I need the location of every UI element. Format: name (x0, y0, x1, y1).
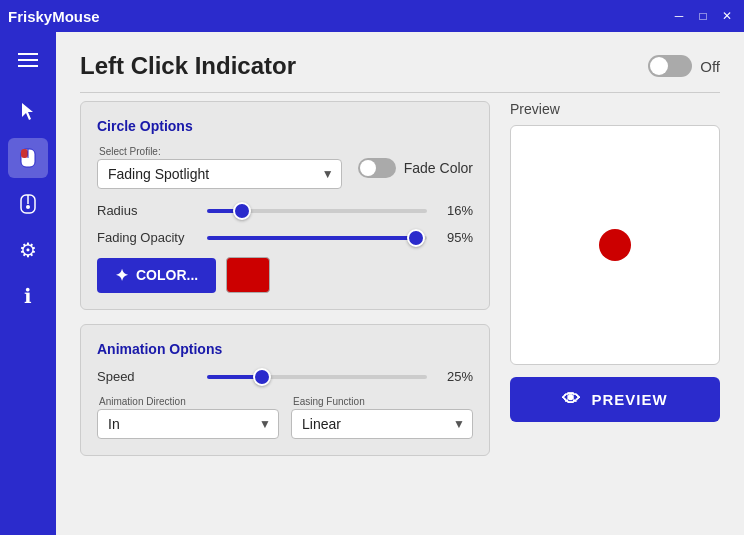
profile-select-label: Select Profile: (97, 146, 342, 157)
color-row: ✦ COLOR... (97, 257, 473, 293)
animation-options-section: Animation Options Speed 25% Animation Di… (80, 324, 490, 456)
circle-options-section: Circle Options Select Profile: Fading Sp… (80, 101, 490, 310)
svg-point-6 (26, 205, 30, 209)
speed-slider-track[interactable] (207, 375, 427, 379)
sidebar-menu-button[interactable] (8, 42, 48, 78)
radius-value: 16% (437, 203, 473, 218)
page-title: Left Click Indicator (80, 52, 296, 80)
profile-select-wrapper: Select Profile: Fading Spotlight Basic C… (97, 146, 342, 189)
maximize-button[interactable]: □ (694, 7, 712, 25)
animation-direction-select-wrapper: In Out In/Out ▼ (97, 409, 279, 439)
radius-label: Radius (97, 203, 197, 218)
toggle-container: Off (648, 55, 720, 77)
page-header: Left Click Indicator Off (80, 52, 720, 93)
left-column: Circle Options Select Profile: Fading Sp… (80, 101, 490, 470)
svg-point-3 (26, 159, 30, 163)
easing-function-select[interactable]: Linear Ease Ease In Ease Out Ease In Out (291, 409, 473, 439)
eye-icon: 👁 (562, 389, 581, 410)
animation-direction-label: Animation Direction (97, 396, 279, 407)
speed-slider-thumb[interactable] (253, 368, 271, 386)
toggle-label: Off (700, 58, 720, 75)
profile-select[interactable]: Fading Spotlight Basic Circle Ripple (97, 159, 342, 189)
animation-options-title: Animation Options (97, 341, 473, 357)
fade-color-row: Fade Color (358, 158, 473, 178)
cursor-icon (17, 101, 39, 123)
titlebar: FriskyMouse ─ □ ✕ (0, 0, 744, 32)
radius-slider-thumb[interactable] (233, 202, 251, 220)
sidebar-item-right-click[interactable] (8, 184, 48, 224)
easing-function-label: Easing Function (291, 396, 473, 407)
sidebar-item-settings[interactable]: ⚙ (8, 230, 48, 270)
fading-opacity-slider-track[interactable] (207, 236, 427, 240)
animation-direction-select[interactable]: In Out In/Out (97, 409, 279, 439)
speed-label: Speed (97, 369, 197, 384)
sidebar-item-left-click[interactable] (8, 138, 48, 178)
color-button[interactable]: ✦ COLOR... (97, 258, 216, 293)
minimize-button[interactable]: ─ (670, 7, 688, 25)
svg-rect-1 (21, 149, 28, 158)
preview-panel: Preview 👁 PREVIEW (510, 101, 720, 470)
dropdowns-row: Animation Direction In Out In/Out ▼ (97, 396, 473, 439)
circle-options-title: Circle Options (97, 118, 473, 134)
preview-button[interactable]: 👁 PREVIEW (510, 377, 720, 422)
sidebar-item-info[interactable]: ℹ (8, 276, 48, 316)
fading-opacity-label: Fading Opacity (97, 230, 197, 245)
app-name: FriskyMouse (8, 8, 100, 25)
color-swatch[interactable] (226, 257, 270, 293)
fading-opacity-slider-row: Fading Opacity 95% (97, 230, 473, 245)
right-click-icon (17, 193, 39, 215)
fade-color-label: Fade Color (404, 160, 473, 176)
hamburger-line-1 (18, 53, 38, 55)
close-button[interactable]: ✕ (718, 7, 736, 25)
fade-color-toggle[interactable] (358, 158, 396, 178)
fading-opacity-slider-thumb[interactable] (407, 229, 425, 247)
sidebar: ⚙ ℹ (0, 32, 56, 535)
left-click-toggle[interactable] (648, 55, 692, 77)
speed-value: 25% (437, 369, 473, 384)
window-controls: ─ □ ✕ (670, 7, 736, 25)
left-click-icon (17, 147, 39, 169)
sidebar-item-pointer[interactable] (8, 92, 48, 132)
profile-row: Select Profile: Fading Spotlight Basic C… (97, 146, 473, 189)
preview-btn-label: PREVIEW (591, 391, 667, 408)
preview-box (510, 125, 720, 365)
radius-slider-row: Radius 16% (97, 203, 473, 218)
speed-slider-row: Speed 25% (97, 369, 473, 384)
preview-label: Preview (510, 101, 720, 117)
color-button-label: COLOR... (136, 267, 198, 283)
radius-slider-track[interactable] (207, 209, 427, 213)
animation-direction-group: Animation Direction In Out In/Out ▼ (97, 396, 279, 439)
fade-toggle-thumb (360, 160, 376, 176)
fading-opacity-value: 95% (437, 230, 473, 245)
easing-function-select-wrapper: Linear Ease Ease In Ease Out Ease In Out… (291, 409, 473, 439)
easing-function-group: Easing Function Linear Ease Ease In Ease… (291, 396, 473, 439)
color-wand-icon: ✦ (115, 266, 128, 285)
app-container: ⚙ ℹ Left Click Indicator Off Circle Opti… (0, 32, 744, 535)
main-content: Left Click Indicator Off Circle Options … (56, 32, 744, 535)
hamburger-line-3 (18, 65, 38, 67)
toggle-thumb (650, 57, 668, 75)
preview-dot (599, 229, 631, 261)
content-columns: Circle Options Select Profile: Fading Sp… (80, 101, 720, 470)
hamburger-line-2 (18, 59, 38, 61)
